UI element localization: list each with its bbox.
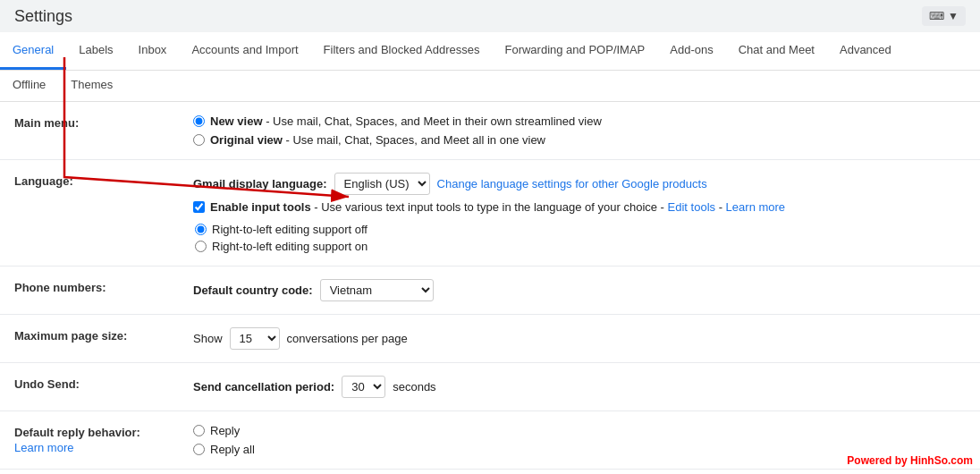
- language-label: Language:: [14, 173, 193, 188]
- default-country-label: Default country code:: [193, 284, 313, 297]
- radio-reply-all[interactable]: [193, 444, 205, 455]
- setting-row-page-size: Maximum page size: Show 10 15 20 25 50 1…: [0, 315, 980, 363]
- phone-row: Default country code: Vietnam United Sta…: [193, 279, 966, 301]
- undo-send-label: Undo Send:: [14, 376, 193, 391]
- setting-row-language: Language: Gmail display language: Englis…: [0, 160, 980, 267]
- conversations-per-page-label: conversations per page: [287, 332, 408, 345]
- new-view-label: New view - Use mail, Chat, Spaces, and M…: [210, 114, 602, 128]
- radio-original-view[interactable]: [193, 134, 205, 146]
- settings-body: Main menu: New view - Use mail, Chat, Sp…: [0, 102, 980, 470]
- undo-send-row: Send cancellation period: 5 10 20 30 sec…: [193, 376, 966, 398]
- page-title: Settings: [14, 7, 72, 26]
- radio-rtl-on[interactable]: [195, 241, 207, 252]
- default-reply-title: Default reply behavior:: [14, 426, 140, 439]
- language-content: Gmail display language: English (US) Vie…: [193, 173, 966, 253]
- undo-send-content: Send cancellation period: 5 10 20 30 sec…: [193, 376, 966, 398]
- keyboard-icon: ⌨: [929, 10, 944, 22]
- option-original-view[interactable]: Original view - Use mail, Chat, Spaces, …: [193, 133, 966, 147]
- tab-chat[interactable]: Chat and Meet: [726, 32, 827, 70]
- radio-reply[interactable]: [193, 425, 205, 436]
- main-menu-label: Main menu:: [14, 114, 193, 130]
- learn-more-input-tools-link[interactable]: Learn more: [726, 200, 785, 214]
- page-size-label: Maximum page size:: [14, 327, 193, 343]
- watermark: Powered by HinhSo.com: [847, 454, 973, 467]
- option-new-view[interactable]: New view - Use mail, Chat, Spaces, and M…: [193, 114, 966, 128]
- sub-tab-themes[interactable]: Themes: [58, 71, 125, 101]
- page-size-select[interactable]: 10 15 20 25 50 100: [230, 327, 280, 350]
- option-reply[interactable]: Reply: [193, 424, 966, 437]
- tab-addons[interactable]: Add-ons: [657, 32, 725, 70]
- setting-row-undo-send: Undo Send: Send cancellation period: 5 1…: [0, 363, 980, 411]
- option-rtl-on[interactable]: Right-to-left editing support on: [195, 240, 966, 253]
- dropdown-arrow-icon: ▼: [948, 10, 959, 22]
- enable-input-tools-checkbox[interactable]: [193, 201, 205, 213]
- page-size-content: Show 10 15 20 25 50 100 conversations pe…: [193, 327, 966, 350]
- reply-all-label: Reply all: [210, 443, 255, 456]
- rtl-on-label: Right-to-left editing support on: [212, 240, 368, 253]
- show-label: Show: [193, 332, 223, 345]
- default-reply-content: Reply Reply all: [193, 424, 966, 456]
- option-rtl-off[interactable]: Right-to-left editing support off: [195, 223, 966, 236]
- enable-input-tools-text: Enable input tools - Use various text in…: [210, 200, 785, 214]
- seconds-label: seconds: [393, 380, 435, 394]
- phone-label: Phone numbers:: [14, 279, 193, 294]
- tab-forwarding[interactable]: Forwarding and POP/IMAP: [492, 32, 657, 70]
- tab-advanced[interactable]: Advanced: [827, 32, 904, 70]
- tab-general[interactable]: General: [0, 32, 66, 70]
- edit-tools-link[interactable]: Edit tools: [668, 200, 715, 214]
- setting-row-phone: Phone numbers: Default country code: Vie…: [0, 267, 980, 315]
- setting-row-main-menu: Main menu: New view - Use mail, Chat, Sp…: [0, 102, 980, 160]
- rtl-off-label: Right-to-left editing support off: [212, 223, 368, 236]
- page-wrapper: Settings ⌨ ▼ General Labels Inbox Accoun…: [0, 0, 980, 474]
- sub-tabs-nav: Offline Themes: [0, 71, 980, 102]
- original-view-label: Original view - Use mail, Chat, Spaces, …: [210, 133, 545, 147]
- page-size-row: Show 10 15 20 25 50 100 conversations pe…: [193, 327, 966, 350]
- tab-labels[interactable]: Labels: [66, 32, 125, 70]
- radio-rtl-off[interactable]: [195, 224, 207, 235]
- change-language-link[interactable]: Change language settings for other Googl…: [437, 177, 707, 190]
- display-language-label: Gmail display language:: [193, 177, 327, 190]
- top-bar: Settings ⌨ ▼: [0, 0, 980, 32]
- sub-tab-offline[interactable]: Offline: [0, 71, 58, 101]
- cancellation-period-select[interactable]: 5 10 20 30: [342, 376, 385, 398]
- tab-inbox[interactable]: Inbox: [126, 32, 180, 70]
- main-menu-content: New view - Use mail, Chat, Spaces, and M…: [193, 114, 966, 147]
- reply-label: Reply: [210, 424, 240, 437]
- default-reply-label: Default reply behavior: Learn more: [14, 424, 193, 454]
- language-select[interactable]: English (US) Vietnamese French Spanish G…: [334, 173, 430, 195]
- tab-accounts[interactable]: Accounts and Import: [179, 32, 310, 70]
- display-language-row: Gmail display language: English (US) Vie…: [193, 173, 966, 195]
- setting-row-default-reply: Default reply behavior: Learn more Reply…: [0, 411, 980, 470]
- settings-container: General Labels Inbox Accounts and Import…: [0, 32, 980, 474]
- keyboard-shortcut-button[interactable]: ⌨ ▼: [922, 6, 966, 26]
- main-tabs-nav: General Labels Inbox Accounts and Import…: [0, 32, 980, 71]
- phone-content: Default country code: Vietnam United Sta…: [193, 279, 966, 301]
- default-reply-learn-more[interactable]: Learn more: [14, 441, 179, 454]
- radio-new-view[interactable]: [193, 115, 205, 127]
- tab-filters[interactable]: Filters and Blocked Addresses: [311, 32, 493, 70]
- enable-input-tools-row: Enable input tools - Use various text in…: [193, 200, 966, 214]
- country-select[interactable]: Vietnam United States United Kingdom Fra…: [320, 279, 434, 301]
- send-cancellation-label: Send cancellation period:: [193, 380, 334, 394]
